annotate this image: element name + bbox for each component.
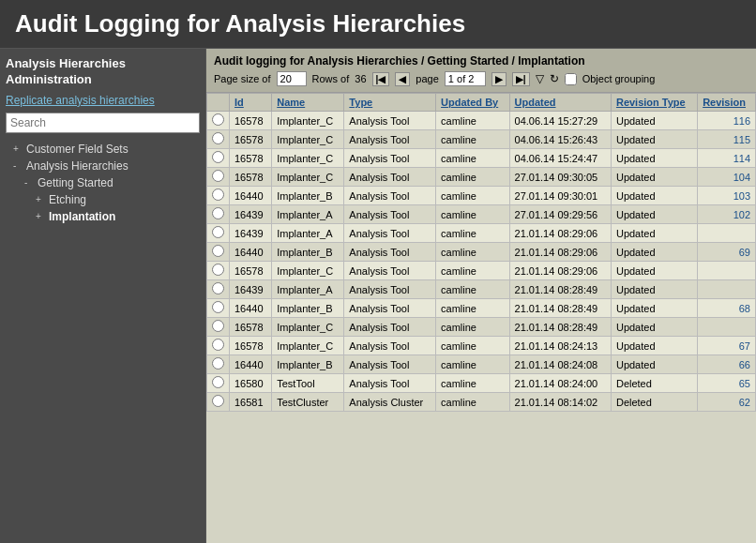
row-updated-by: camline xyxy=(436,112,509,130)
row-name: TestCluster xyxy=(272,393,344,412)
sidebar-item-etching[interactable]: + Etching xyxy=(6,191,200,208)
row-rev-type: Updated xyxy=(611,205,697,224)
toolbar: Page size of Rows of 36 |◀ ◀ page ▶ ▶| ▽… xyxy=(214,71,748,86)
row-updated: 21.01.14 08:28:49 xyxy=(509,299,611,318)
row-updated: 04.06.14 15:24:47 xyxy=(509,149,611,168)
row-radio[interactable] xyxy=(212,357,224,370)
row-radio[interactable] xyxy=(212,132,224,144)
refresh-icon[interactable]: ↻ xyxy=(550,72,559,85)
row-radio-cell xyxy=(207,355,230,374)
rows-value: 36 xyxy=(355,73,366,84)
row-id: 16578 xyxy=(230,130,272,149)
row-name: Implanter_C xyxy=(272,262,344,280)
prev-page-btn[interactable]: ◀ xyxy=(395,72,410,86)
replicate-link[interactable]: Replicate analysis hierarchies xyxy=(6,94,200,107)
sidebar-item-label: Analysis Hierarchies xyxy=(26,159,129,173)
row-radio[interactable] xyxy=(212,189,224,201)
row-updated-by: camline xyxy=(436,337,509,355)
table-row: 16578 Implanter_C Analysis Tool camline … xyxy=(207,112,756,130)
row-rev-type: Deleted xyxy=(611,374,697,393)
row-radio[interactable] xyxy=(212,282,224,294)
row-name: Implanter_A xyxy=(272,224,344,243)
row-type: Analysis Tool xyxy=(344,318,436,337)
row-id: 16439 xyxy=(230,224,272,243)
row-type: Analysis Tool xyxy=(344,130,436,149)
row-name: Implanter_A xyxy=(272,205,344,224)
row-updated-by: camline xyxy=(436,299,509,318)
next-page-btn[interactable]: ▶ xyxy=(491,72,507,86)
row-radio[interactable] xyxy=(212,264,224,276)
last-page-btn[interactable]: ▶| xyxy=(512,72,530,86)
row-name: Implanter_C xyxy=(272,337,344,355)
row-revision: 103 xyxy=(698,187,756,205)
row-revision: 62 xyxy=(698,393,756,412)
row-id: 16578 xyxy=(230,112,272,130)
expand-icon: - xyxy=(13,160,23,171)
row-rev-type: Updated xyxy=(611,112,697,130)
row-revision: 115 xyxy=(698,130,756,149)
filter-icon[interactable]: ▽ xyxy=(536,72,544,85)
sidebar-item-getting-started[interactable]: - Getting Started xyxy=(6,174,200,191)
row-radio[interactable] xyxy=(212,320,224,332)
object-grouping-checkbox[interactable] xyxy=(565,73,577,85)
row-name: Implanter_C xyxy=(272,112,344,130)
expand-icon: - xyxy=(24,177,34,188)
row-updated: 21.01.14 08:14:02 xyxy=(509,393,611,412)
row-revision: 104 xyxy=(698,168,756,187)
row-id: 16578 xyxy=(230,337,272,355)
row-updated: 21.01.14 08:24:13 xyxy=(509,337,611,355)
table-row: 16581 TestCluster Analysis Cluster camli… xyxy=(207,393,756,412)
row-type: Analysis Tool xyxy=(344,149,436,168)
row-radio[interactable] xyxy=(212,151,224,163)
row-radio-cell xyxy=(207,337,230,355)
row-rev-type: Updated xyxy=(611,280,697,299)
row-updated: 27.01.14 09:30:05 xyxy=(509,168,611,187)
row-id: 16439 xyxy=(230,280,272,299)
sidebar-item-label: Getting Started xyxy=(38,176,113,189)
row-radio-cell xyxy=(207,243,230,262)
first-page-btn[interactable]: |◀ xyxy=(372,72,390,86)
sidebar-item-implantation[interactable]: + Implantation xyxy=(6,208,200,225)
page-input[interactable] xyxy=(445,71,486,86)
table-row: 16440 Implanter_B Analysis Tool camline … xyxy=(207,243,756,262)
sidebar-item-analysis-hierarchies[interactable]: - Analysis Hierarchies xyxy=(6,158,200,174)
row-radio[interactable] xyxy=(212,376,224,388)
row-radio[interactable] xyxy=(212,113,224,126)
row-name: TestTool xyxy=(272,374,344,393)
row-updated-by: camline xyxy=(436,224,509,243)
row-radio[interactable] xyxy=(212,170,224,182)
row-radio[interactable] xyxy=(212,301,224,313)
row-name: Implanter_B xyxy=(272,187,344,205)
row-updated-by: camline xyxy=(436,243,509,262)
col-select xyxy=(207,94,230,112)
row-radio-cell xyxy=(207,262,230,280)
search-input[interactable] xyxy=(6,113,200,133)
table-header-row: Id Name Type Updated By Updated Revision… xyxy=(207,94,756,112)
table-row: 16578 Implanter_C Analysis Tool camline … xyxy=(207,318,756,337)
row-radio-cell xyxy=(207,187,230,205)
page-size-input[interactable] xyxy=(277,71,307,86)
sidebar-item-customer-field-sets[interactable]: + Customer Field Sets xyxy=(6,141,200,158)
row-radio[interactable] xyxy=(212,395,224,407)
row-radio-cell xyxy=(207,112,230,130)
row-type: Analysis Tool xyxy=(344,299,436,318)
row-rev-type: Updated xyxy=(611,337,697,355)
row-name: Implanter_C xyxy=(272,318,344,337)
row-radio[interactable] xyxy=(212,207,224,219)
row-updated: 21.01.14 08:28:49 xyxy=(509,318,611,337)
row-radio[interactable] xyxy=(212,226,224,238)
row-updated: 21.01.14 08:24:00 xyxy=(509,374,611,393)
row-radio[interactable] xyxy=(212,339,224,351)
row-revision: 67 xyxy=(698,337,756,355)
row-updated-by: camline xyxy=(436,205,509,224)
sidebar: Analysis Hierarchies Administration Repl… xyxy=(0,49,206,543)
row-type: Analysis Tool xyxy=(344,205,436,224)
row-radio[interactable] xyxy=(212,245,224,257)
row-rev-type: Updated xyxy=(611,224,697,243)
row-id: 16581 xyxy=(230,393,272,412)
row-radio-cell xyxy=(207,318,230,337)
row-id: 16439 xyxy=(230,205,272,224)
row-id: 16580 xyxy=(230,374,272,393)
row-id: 16578 xyxy=(230,168,272,187)
table-row: 16440 Implanter_B Analysis Tool camline … xyxy=(207,187,756,205)
